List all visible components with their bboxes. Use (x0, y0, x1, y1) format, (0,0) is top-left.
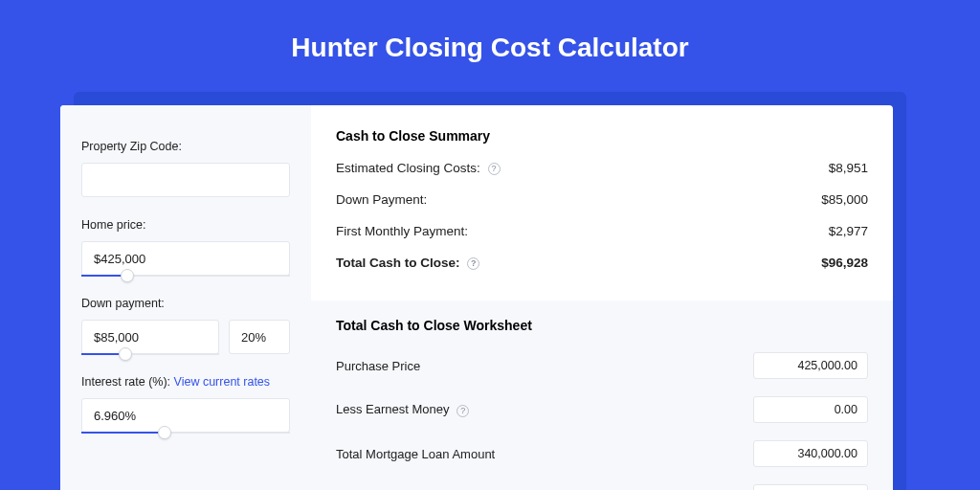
down-payment-pct-input[interactable] (229, 320, 290, 354)
home-price-input[interactable] (81, 241, 290, 276)
slider-thumb[interactable] (158, 426, 171, 439)
help-icon[interactable]: ? (467, 257, 479, 270)
slider-thumb[interactable] (121, 269, 134, 282)
interest-rate-field: Interest rate (%): View current rates (81, 375, 290, 433)
summary-label: Total Cash to Close: ? (336, 256, 479, 270)
down-payment-field: Down payment: (81, 297, 290, 354)
interest-rate-label: Interest rate (%): View current rates (81, 375, 290, 389)
view-current-rates-link[interactable]: View current rates (174, 375, 271, 389)
worksheet-panel: Total Cash to Close Worksheet Purchase P… (311, 301, 893, 490)
down-payment-input[interactable] (81, 320, 219, 354)
summary-value: $85,000 (821, 192, 868, 207)
worksheet-row-purchase-price: Purchase Price (336, 352, 868, 379)
help-icon[interactable]: ? (457, 405, 469, 417)
summary-row-first-monthly: First Monthly Payment: $2,977 (336, 224, 868, 238)
summary-label: Estimated Closing Costs: ? (336, 161, 501, 175)
worksheet-input-earnest-money[interactable] (753, 396, 868, 423)
worksheet-input-purchase-price[interactable] (753, 352, 868, 379)
interest-rate-input[interactable] (81, 398, 290, 433)
summary-value: $2,977 (829, 224, 868, 238)
summary-title: Cash to Close Summary (336, 128, 868, 144)
results-panel: Cash to Close Summary Estimated Closing … (311, 105, 893, 490)
summary-value: $96,928 (821, 256, 868, 270)
home-price-field: Home price: (81, 218, 290, 276)
help-icon[interactable]: ? (488, 163, 501, 175)
summary-label-text: Total Cash to Close: (336, 256, 460, 270)
zip-label: Property Zip Code: (81, 140, 290, 153)
worksheet-row-earnest-money: Less Earnest Money ? (336, 396, 868, 423)
worksheet-input-second-mortgage[interactable] (753, 484, 868, 490)
slider-thumb[interactable] (119, 347, 132, 361)
worksheet-label-text: Less Earnest Money (336, 402, 450, 416)
worksheet-label: Less Earnest Money ? (336, 402, 469, 416)
down-payment-label: Down payment: (81, 297, 290, 310)
summary-row-down-payment: Down Payment: $85,000 (336, 192, 868, 207)
summary-value: $8,951 (829, 161, 868, 175)
home-price-label: Home price: (81, 218, 290, 232)
divider (336, 287, 868, 301)
home-price-slider[interactable] (81, 241, 290, 276)
worksheet-row-mortgage-loan: Total Mortgage Loan Amount (336, 440, 868, 467)
worksheet-title: Total Cash to Close Worksheet (336, 318, 868, 333)
worksheet-input-mortgage-loan[interactable] (753, 440, 868, 467)
zip-input[interactable] (81, 163, 290, 197)
interest-rate-slider[interactable] (81, 398, 290, 433)
summary-row-total-cash: Total Cash to Close: ? $96,928 (336, 256, 868, 270)
summary-label: Down Payment: (336, 192, 427, 207)
summary-label-text: Estimated Closing Costs: (336, 161, 480, 175)
interest-rate-label-text: Interest rate (%): (81, 375, 174, 389)
worksheet-row-second-mortgage: Total Second Mortgage Amount ? (336, 484, 868, 490)
down-payment-slider[interactable] (81, 320, 219, 354)
worksheet-label: Total Mortgage Loan Amount (336, 447, 495, 461)
calculator-card: Property Zip Code: Home price: Down paym… (60, 105, 893, 490)
slider-fill (81, 432, 165, 434)
inputs-panel: Property Zip Code: Home price: Down paym… (60, 105, 311, 490)
summary-label: First Monthly Payment: (336, 224, 468, 238)
card-shadow: Property Zip Code: Home price: Down paym… (74, 92, 906, 490)
zip-field: Property Zip Code: (81, 140, 290, 197)
page-title: Hunter Closing Cost Calculator (0, 0, 980, 92)
summary-row-closing-costs: Estimated Closing Costs: ? $8,951 (336, 161, 868, 175)
worksheet-label: Purchase Price (336, 359, 420, 373)
